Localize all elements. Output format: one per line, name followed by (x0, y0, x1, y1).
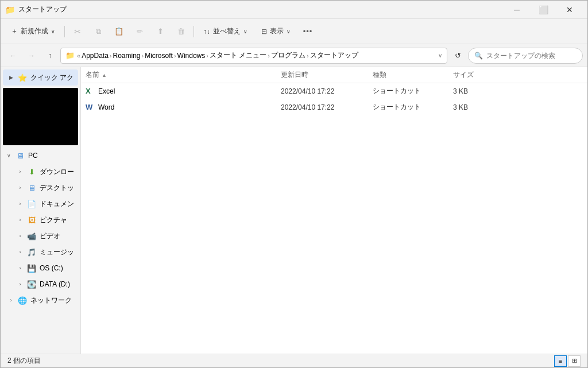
file-type-cell-excel: ショートカット (368, 83, 448, 99)
path-sep-5: › (268, 52, 270, 59)
statusbar-right: ≡ ⊞ (554, 355, 581, 367)
sidebar-item-datadrive[interactable]: › 💽 DATA (D:) (12, 276, 78, 292)
titlebar-left: 📁 スタートアップ (5, 5, 67, 14)
star-icon: ⭐ (18, 73, 27, 82)
col-name-sort-icon: ▲ (102, 72, 107, 78)
address-box[interactable]: 📁 « AppData › Roaming › Microsoft › Wind… (60, 48, 447, 64)
main: ▶ ⭐ クイック アクセス ∨ 🖥 PC › ⬇ ダウンロード (1, 67, 587, 354)
address-dropdown-icon[interactable]: ∨ (438, 52, 442, 59)
file-date-cell-word: 2022/04/10 17:22 (276, 99, 368, 115)
file-name-cell-word: W Word (81, 99, 276, 115)
desktop-expand: › (17, 184, 24, 191)
copy-button[interactable]: ⧉ (89, 22, 107, 41)
refresh-icon: ↺ (455, 51, 461, 60)
view-list-button[interactable]: ≡ (554, 355, 567, 367)
forward-button[interactable]: → (24, 48, 40, 64)
sidebar: ▶ ⭐ クイック アクセス ∨ 🖥 PC › ⬇ ダウンロード (1, 67, 81, 354)
rename-icon: ✏ (137, 27, 143, 36)
status-count: 2 個の項目 (7, 356, 41, 366)
search-box[interactable]: 🔍 (468, 48, 583, 64)
forward-icon: → (28, 52, 35, 60)
col-name-header[interactable]: 名前 ▲ (81, 67, 276, 83)
search-input[interactable] (486, 52, 577, 60)
desktop-icon: 🖥 (27, 183, 36, 192)
minimize-button[interactable]: ─ (504, 1, 530, 19)
path-startup[interactable]: スタートアップ (310, 51, 358, 60)
expand-icon: ▶ (7, 74, 14, 81)
path-sep-3: › (174, 52, 176, 59)
desktop-label: デスクトップ (40, 183, 74, 193)
cut-button[interactable]: ✂ (68, 22, 87, 41)
path-startmenu[interactable]: スタート メニュー (210, 51, 266, 60)
sort-icon: ↑↓ (203, 28, 210, 36)
delete-button[interactable]: 🗑 (172, 22, 190, 41)
statusbar: 2 個の項目 ≡ ⊞ (1, 354, 587, 367)
back-button[interactable]: ← (5, 48, 21, 64)
music-label: ミュージック (40, 247, 74, 257)
view-button[interactable]: ⊟ 表示 ∨ (256, 22, 296, 41)
share-icon: ⬆ (157, 27, 164, 36)
close-button[interactable]: ✕ (556, 1, 583, 19)
filelist-header: 名前 ▲ 更新日時 種類 サイズ (81, 67, 587, 83)
sidebar-item-quick-access[interactable]: ▶ ⭐ クイック アクセス (3, 69, 78, 86)
sort-label: 並べ替え (213, 26, 241, 36)
detail-view-icon: ⊞ (572, 357, 577, 365)
file-size-cell-excel: 3 KB (448, 83, 494, 99)
sidebar-item-pictures[interactable]: › 🖼 ピクチャ (12, 212, 78, 228)
path-roaming[interactable]: Roaming (113, 52, 141, 60)
file-type-cell-word: ショートカット (368, 99, 448, 115)
documents-icon: 📄 (27, 199, 36, 208)
sidebar-item-music[interactable]: › 🎵 ミュージック (12, 244, 78, 260)
up-button[interactable]: ↑ (42, 48, 58, 64)
datadrive-icon: 💽 (27, 280, 36, 289)
col-type-header[interactable]: 種類 (368, 67, 448, 83)
sidebar-preview-area (3, 88, 78, 145)
pictures-expand: › (17, 216, 24, 223)
file-name-word: Word (98, 103, 114, 111)
path-programs[interactable]: プログラム (271, 51, 305, 60)
file-name-excel: Excel (98, 87, 115, 95)
new-button[interactable]: ＋ 新規作成 ∨ (5, 22, 61, 41)
sidebar-item-documents[interactable]: › 📄 ドキュメント (12, 196, 78, 212)
sidebar-item-download[interactable]: › ⬇ ダウンロード (12, 164, 78, 180)
share-button[interactable]: ⬆ (151, 22, 169, 41)
path-sep-4: › (206, 52, 208, 59)
new-icon: ＋ (11, 26, 18, 36)
restore-button[interactable]: ⬜ (530, 1, 556, 19)
col-size-header[interactable]: サイズ (448, 67, 494, 83)
refresh-button[interactable]: ↺ (450, 48, 466, 64)
sidebar-children: › ⬇ ダウンロード › 🖥 デスクトップ › 📄 ドキュメント (1, 164, 80, 292)
sidebar-item-videos[interactable]: › 📹 ビデオ (12, 228, 78, 244)
path-appdata[interactable]: AppData (82, 52, 109, 60)
sort-button[interactable]: ↑↓ 並べ替え ∨ (198, 22, 253, 41)
separator-2 (194, 26, 194, 37)
sidebar-item-desktop[interactable]: › 🖥 デスクトップ (12, 180, 78, 196)
window-icon: 📁 (5, 5, 15, 14)
new-dropdown-icon: ∨ (51, 29, 55, 34)
delete-icon: 🗑 (177, 27, 185, 36)
paste-button[interactable]: 📋 (110, 22, 128, 41)
pictures-icon: 🖼 (27, 215, 36, 224)
more-button[interactable]: ••• (299, 22, 317, 41)
network-icon: 🌐 (18, 296, 27, 305)
sidebar-item-pc[interactable]: ∨ 🖥 PC (1, 148, 80, 164)
sidebar-item-osdrive[interactable]: › 💾 OS (C:) (12, 260, 78, 276)
pictures-label: ピクチャ (40, 215, 67, 225)
filelist: 名前 ▲ 更新日時 種類 サイズ X Exce (81, 67, 587, 354)
sort-dropdown-icon: ∨ (243, 29, 247, 34)
addressbar: ← → ↑ 📁 « AppData › Roaming › Microsoft … (1, 44, 587, 67)
path-windows[interactable]: Windows (177, 52, 206, 60)
music-expand: › (17, 249, 24, 255)
datadrive-label: DATA (D:) (40, 280, 70, 288)
table-row[interactable]: W Word 2022/04/10 17:22 ショートカット 3 KB (81, 99, 587, 115)
path-microsoft[interactable]: Microsoft (145, 52, 173, 60)
view-detail-button[interactable]: ⊞ (568, 355, 581, 367)
sidebar-section-pc: ∨ 🖥 PC › ⬇ ダウンロード › 🖥 デスクトップ (1, 148, 80, 292)
osdrive-expand: › (17, 265, 24, 272)
col-size-label: サイズ (453, 70, 474, 80)
col-date-header[interactable]: 更新日時 (276, 67, 368, 83)
sidebar-item-network[interactable]: › 🌐 ネットワーク (3, 292, 78, 308)
table-row[interactable]: X Excel 2022/04/10 17:22 ショートカット 3 KB (81, 83, 587, 99)
titlebar-controls: ─ ⬜ ✕ (504, 1, 583, 19)
rename-button[interactable]: ✏ (130, 22, 149, 41)
